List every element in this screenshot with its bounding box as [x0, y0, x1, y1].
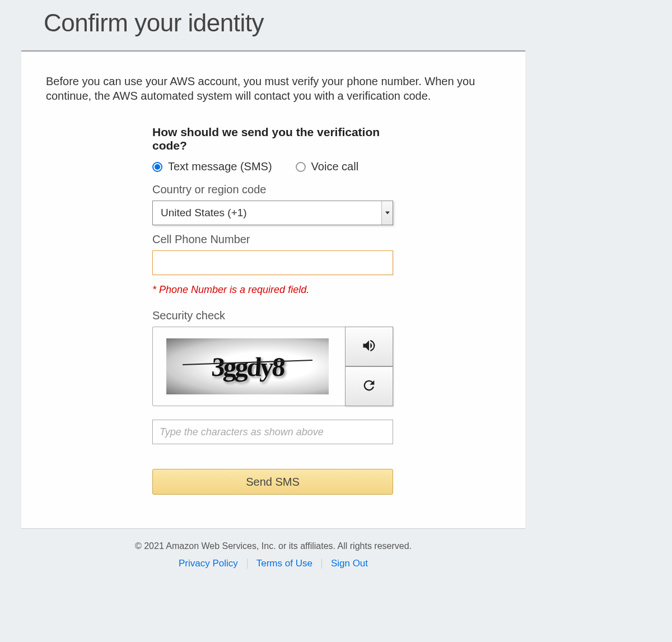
- footer-links: Privacy Policy Terms of Use Sign Out: [21, 558, 525, 569]
- captcha-refresh-button[interactable]: [345, 366, 393, 406]
- radio-sms-label: Text message (SMS): [168, 160, 272, 173]
- footer: © 2021 Amazon Web Services, Inc. or its …: [21, 528, 525, 581]
- verification-question: How should we send you the verification …: [152, 125, 393, 152]
- form-area: How should we send you the verification …: [152, 125, 393, 495]
- captcha-box: 3ggdy8: [152, 327, 393, 406]
- country-select[interactable]: United States (+1): [152, 201, 393, 225]
- radio-voice[interactable]: Voice call: [296, 160, 359, 173]
- radio-icon: [296, 162, 306, 172]
- radio-sms[interactable]: Text message (SMS): [152, 160, 272, 173]
- verification-method-group: Text message (SMS) Voice call: [152, 160, 393, 173]
- phone-error: * Phone Number is a required field.: [152, 284, 393, 296]
- sign-out-link[interactable]: Sign Out: [322, 558, 377, 569]
- phone-label: Cell Phone Number: [152, 233, 393, 246]
- svg-marker-0: [385, 212, 390, 215]
- terms-of-use-link[interactable]: Terms of Use: [248, 558, 321, 569]
- page-title: Confirm your identity: [21, 3, 525, 50]
- speaker-icon: [361, 338, 377, 356]
- security-label: Security check: [152, 309, 393, 322]
- refresh-icon: [361, 378, 377, 396]
- captcha-image: 3ggdy8: [166, 338, 329, 394]
- captcha-input[interactable]: [152, 420, 393, 444]
- send-sms-button[interactable]: Send SMS: [152, 469, 393, 495]
- intro-text: Before you can use your AWS account, you…: [46, 74, 501, 103]
- country-label: Country or region code: [152, 183, 393, 196]
- captcha-text: 3ggdy8: [211, 351, 285, 382]
- phone-input[interactable]: [152, 250, 393, 275]
- radio-voice-label: Voice call: [311, 160, 359, 173]
- footer-copyright: © 2021 Amazon Web Services, Inc. or its …: [21, 541, 525, 551]
- identity-card: Before you can use your AWS account, you…: [21, 50, 525, 528]
- radio-icon: [152, 162, 162, 172]
- privacy-policy-link[interactable]: Privacy Policy: [170, 558, 247, 569]
- captcha-audio-button[interactable]: [345, 327, 393, 366]
- country-selected-value: United States (+1): [161, 207, 247, 219]
- chevron-down-icon: [381, 201, 393, 225]
